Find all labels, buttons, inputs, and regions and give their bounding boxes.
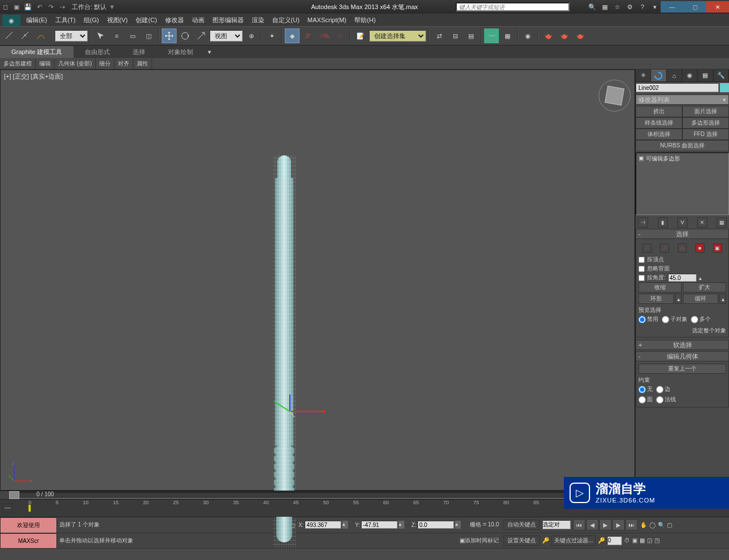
model-pen[interactable] xyxy=(273,155,296,548)
radio-disable[interactable] xyxy=(638,316,646,323)
schematic-icon[interactable]: ▦ xyxy=(500,28,515,43)
link-icon[interactable] xyxy=(2,28,17,43)
unlink-icon[interactable] xyxy=(18,28,33,43)
nav-zoom-ext-icon[interactable]: ▣ xyxy=(632,537,637,543)
panel-subdiv[interactable]: 细分 xyxy=(96,59,114,69)
menu-maxscript[interactable]: MAXScript(M) xyxy=(304,15,350,24)
key-mode-icon[interactable]: 🔑 xyxy=(542,537,549,543)
open-icon[interactable]: ▣ xyxy=(11,2,22,12)
key-big-icon[interactable]: 🔑 xyxy=(598,537,605,543)
menu-create[interactable]: 创建(C) xyxy=(132,15,160,26)
subobj-edge-icon[interactable]: ／ xyxy=(660,244,669,253)
subobj-vertex-icon[interactable]: ∴ xyxy=(642,244,652,253)
new-icon[interactable]: ◻ xyxy=(0,2,10,12)
ribbon-expand-icon[interactable]: ▾ xyxy=(204,48,215,56)
btn-repeat-last[interactable]: 重复上一个 xyxy=(638,364,726,374)
named-selection-combo[interactable]: 创建选择集 xyxy=(369,30,426,42)
viewport-label[interactable]: [+] [正交] [真实+边面] xyxy=(4,72,63,81)
menu-render[interactable]: 渲染 xyxy=(248,15,268,26)
nav-zoom-all-icon[interactable]: ▦ xyxy=(640,537,645,543)
remove-mod-icon[interactable]: ✕ xyxy=(697,217,707,228)
loop-spin[interactable]: ▴ xyxy=(719,294,726,304)
window-cross-icon[interactable]: ◫ xyxy=(141,28,156,43)
bind-icon[interactable] xyxy=(34,28,49,43)
scale-icon[interactable] xyxy=(194,28,208,43)
time-config-icon[interactable]: ⏱ xyxy=(624,537,630,543)
rollout-editgeo-head[interactable]: -编辑几何体 xyxy=(636,351,729,361)
btn-poly-select[interactable]: 多边形选择 xyxy=(682,117,729,129)
autokey-button[interactable]: 自动关键点 xyxy=(503,520,540,530)
panel-edit[interactable]: 编辑 xyxy=(36,59,55,69)
time-tag-icon[interactable]: ▣ xyxy=(460,537,465,543)
object-name-input[interactable] xyxy=(636,83,719,92)
chevron-down-icon[interactable]: ▾ xyxy=(649,2,661,12)
goto-start-icon[interactable]: ⏮ xyxy=(573,519,585,530)
named-sel-edit-icon[interactable]: 📝 xyxy=(353,28,368,43)
show-end-icon[interactable]: ▮ xyxy=(658,217,668,228)
nav-zoom-icon[interactable]: 🔍 xyxy=(658,522,665,528)
viewcube[interactable] xyxy=(600,81,629,110)
search-input[interactable] xyxy=(456,2,570,11)
stack-item-editable-poly[interactable]: ▣ 可编辑多边形 xyxy=(637,154,727,163)
app-menu-button[interactable]: ◉ xyxy=(2,15,21,26)
selection-filter-combo[interactable]: 全部 xyxy=(55,30,88,42)
tab-modify-icon[interactable] xyxy=(651,69,666,81)
maximize-button[interactable]: ▢ xyxy=(683,1,706,13)
nav-arc-icon[interactable]: ◯ xyxy=(649,522,656,528)
btn-face-select[interactable]: 面片选择 xyxy=(682,106,729,117)
radio-subobj[interactable] xyxy=(662,316,669,323)
goto-end-icon[interactable]: ⏭ xyxy=(625,519,638,530)
tab-freeform[interactable]: 自由形式 xyxy=(73,46,121,58)
pin-stack-icon[interactable]: ⊣ xyxy=(638,217,648,228)
menu-group[interactable]: 组(G) xyxy=(80,15,103,26)
chk-by-vertex[interactable] xyxy=(638,257,645,263)
nav-pan-icon[interactable]: ✋ xyxy=(640,522,647,528)
coord-z-input[interactable] xyxy=(417,521,454,529)
close-button[interactable]: ✕ xyxy=(706,1,729,13)
setkey-button[interactable]: 设置关键点 xyxy=(503,536,540,546)
undo-icon[interactable]: ↶ xyxy=(34,2,44,12)
next-frame-icon[interactable]: ▶ xyxy=(612,519,625,530)
spinner-snap-icon[interactable]: ∩ xyxy=(333,28,347,43)
ref-coord-combo[interactable]: 视图 xyxy=(210,30,243,42)
key-icon[interactable]: ▦ xyxy=(599,2,611,12)
ring-spin[interactable]: ▴ xyxy=(675,294,682,304)
chk-ignore-backface[interactable] xyxy=(638,266,645,272)
time-slider-thumb[interactable] xyxy=(9,491,19,499)
keyframe-0[interactable] xyxy=(28,505,31,512)
btn-ffd-select[interactable]: FFD 选择 xyxy=(682,129,729,140)
subobj-element-icon[interactable]: ▣ xyxy=(713,244,722,253)
btn-volume-select[interactable]: 体积选择 xyxy=(636,129,682,140)
save-icon[interactable]: 💾 xyxy=(23,2,33,12)
mirror-icon[interactable]: ⇄ xyxy=(432,28,447,43)
link-icon[interactable]: ⇢ xyxy=(57,2,67,12)
coord-x-input[interactable] xyxy=(305,521,341,529)
manipulate-icon[interactable]: ✦ xyxy=(264,28,279,43)
select-rect-icon[interactable]: ▭ xyxy=(125,28,140,43)
radio-constraint-face[interactable] xyxy=(638,396,646,403)
key-filter-button[interactable]: 关键点过滤器... xyxy=(551,536,596,546)
select-name-icon[interactable]: ≡ xyxy=(109,28,124,43)
subobj-border-icon[interactable]: ◇ xyxy=(678,244,687,253)
minimize-button[interactable]: — xyxy=(661,1,683,13)
layers-icon[interactable]: ▤ xyxy=(464,28,478,43)
percent-snap-icon[interactable]: ∩% xyxy=(317,28,331,43)
menu-customize[interactable]: 自定义(U) xyxy=(269,15,303,26)
menu-graph[interactable]: 图形编辑器 xyxy=(209,15,247,26)
nav-fov-icon[interactable]: ▢ xyxy=(667,522,672,528)
panel-geometry[interactable]: 几何体 (全部) xyxy=(55,59,96,69)
material-icon[interactable]: ◉ xyxy=(521,28,535,43)
move-icon[interactable] xyxy=(162,28,177,43)
modifier-list-combo[interactable]: 修改器列表 ▾ xyxy=(636,94,729,105)
angle-snap-icon[interactable]: 3° xyxy=(301,28,316,43)
play-icon[interactable]: ▶ xyxy=(599,519,612,530)
radio-constraint-none[interactable] xyxy=(638,386,646,393)
selection-set-input[interactable] xyxy=(542,520,571,529)
angle-input[interactable] xyxy=(668,274,697,282)
panel-attributes[interactable]: 属性 xyxy=(133,59,152,69)
rollout-selection-head[interactable]: -选择 xyxy=(636,229,729,239)
tab-selection[interactable]: 选择 xyxy=(121,46,157,58)
curve-editor-icon[interactable]: 〰 xyxy=(484,28,499,43)
subobj-polygon-icon[interactable]: ■ xyxy=(695,244,705,253)
menu-views[interactable]: 视图(V) xyxy=(104,15,132,26)
